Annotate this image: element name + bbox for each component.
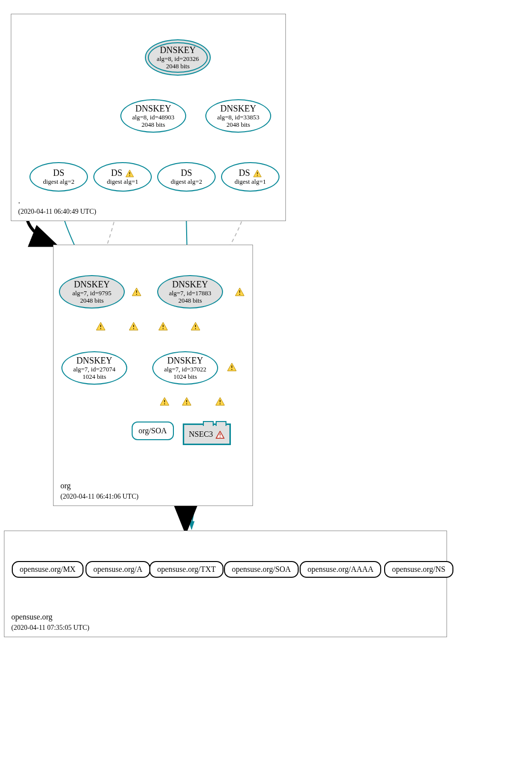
rrset-mx: opensuse.org/MX — [12, 561, 84, 578]
dnskey-root-ksk: DNSKEY alg=8, id=20326 2048 bits — [145, 39, 211, 76]
error-icon — [216, 431, 224, 439]
dnskey-a-title: DNSKEY — [160, 45, 196, 56]
zone-leaf-ts: (2020-04-11 07:35:05 UTC) — [11, 624, 89, 631]
dnskey-org-37022: DNSKEY alg=7, id=37022 1024 bits — [152, 351, 218, 385]
zone-leaf: opensuse.org (2020-04-11 07:35:05 UTC) — [4, 531, 447, 637]
svg-rect-0 — [129, 172, 130, 174]
zone-root-ts: (2020-04-11 06:40:49 UTC) — [18, 208, 96, 215]
dnskey-root-33853: DNSKEY alg=8, id=33853 2048 bits — [205, 99, 271, 133]
svg-rect-3 — [257, 175, 258, 176]
ds-digest2-a: DS digest alg=2 — [29, 162, 88, 192]
warning-icon — [125, 169, 134, 177]
zone-leaf-name: opensuse.org — [11, 613, 53, 621]
svg-rect-5 — [220, 437, 221, 438]
rrset-a: opensuse.org/A — [85, 561, 150, 578]
rrset-aaaa: opensuse.org/AAAA — [300, 561, 381, 578]
dnskey-org-17883: DNSKEY alg=7, id=17883 2048 bits — [157, 275, 223, 309]
dnskey-a-l2: alg=8, id=20326 — [157, 56, 199, 63]
zone-org-ts: (2020-04-11 06:41:06 UTC) — [60, 493, 139, 500]
record-org-soa: org/SOA — [132, 422, 174, 440]
svg-rect-4 — [220, 434, 221, 436]
zone-org-name: org — [60, 481, 71, 490]
svg-rect-2 — [257, 172, 258, 174]
ds-digest2-b: DS digest alg=2 — [157, 162, 216, 192]
svg-rect-1 — [129, 175, 130, 176]
zone-org-label: org (2020-04-11 06:41:06 UTC) — [60, 481, 139, 502]
dnskey-org-27074: DNSKEY alg=7, id=27074 1024 bits — [61, 351, 127, 385]
rrset-ns: opensuse.org/NS — [384, 561, 453, 578]
zone-root-name: . — [18, 197, 20, 205]
ds-digest1-a: DS digest alg=1 — [93, 162, 152, 192]
zone-leaf-label: opensuse.org (2020-04-11 07:35:05 UTC) — [11, 612, 89, 633]
zone-root-label: . (2020-04-11 06:40:49 UTC) — [18, 196, 96, 217]
rrset-soa: opensuse.org/SOA — [224, 561, 299, 578]
warning-icon — [253, 169, 262, 177]
ds-digest1-b: DS digest alg=1 — [221, 162, 280, 192]
dnskey-root-48903: DNSKEY alg=8, id=48903 2048 bits — [120, 99, 186, 133]
record-nsec3: NSEC3 — [183, 423, 231, 445]
dnskey-a-l3: 2048 bits — [166, 63, 190, 70]
dnskey-org-9795: DNSKEY alg=7, id=9795 2048 bits — [59, 275, 125, 309]
rrset-txt: opensuse.org/TXT — [149, 561, 224, 578]
